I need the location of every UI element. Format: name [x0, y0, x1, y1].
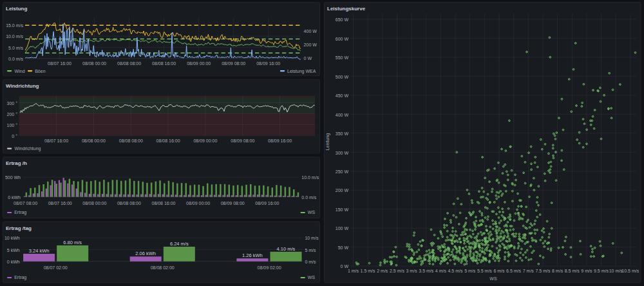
svg-text:450 W: 450 W [336, 93, 349, 98]
svg-text:0 °: 0 ° [12, 134, 17, 138]
svg-text:6.5 m/s: 6.5 m/s [506, 269, 521, 273]
svg-text:4.5 m/s: 4.5 m/s [448, 269, 463, 273]
svg-text:500 W: 500 W [336, 75, 349, 79]
svg-text:4 m/s: 4 m/s [435, 269, 447, 273]
svg-text:08/08 02:00: 08/08 02:00 [151, 265, 175, 270]
svg-text:10.0 m/s: 10.0 m/s [6, 34, 23, 39]
svg-text:08/09 16:00: 08/09 16:00 [255, 201, 279, 205]
svg-text:08/08 16:00: 08/08 16:00 [152, 61, 176, 66]
svg-text:600 W: 600 W [336, 37, 349, 41]
svg-text:Ertrag: Ertrag [14, 210, 26, 215]
svg-text:08/07 08:00: 08/07 08:00 [14, 201, 37, 205]
svg-text:15.0 m/s: 15.0 m/s [6, 23, 23, 28]
svg-text:5.0 m/s: 5.0 m/s [8, 46, 23, 50]
svg-text:Wind: Wind [15, 69, 25, 73]
svg-text:50 W: 50 W [338, 245, 349, 250]
svg-text:10.5 m/s: 10.5 m/s [621, 269, 639, 273]
svg-text:5 kWh: 5 kWh [7, 248, 20, 253]
svg-text:3.24 kWh: 3.24 kWh [29, 248, 50, 254]
svg-text:Windrichtung: Windrichtung [6, 83, 39, 89]
svg-text:8.5 m/s: 8.5 m/s [565, 269, 580, 273]
svg-text:08/09 08:00: 08/09 08:00 [221, 201, 245, 205]
svg-text:100 W: 100 W [336, 226, 349, 231]
svg-text:500 Wh: 500 Wh [5, 175, 21, 180]
svg-text:2 m/s: 2 m/s [377, 269, 388, 273]
svg-text:Windrichtung: Windrichtung [15, 146, 41, 151]
svg-text:350 W: 350 W [336, 131, 349, 136]
svg-text:Leistung WEA: Leistung WEA [287, 69, 316, 74]
svg-text:3.5 m/s: 3.5 m/s [419, 269, 433, 273]
svg-text:5 m/s: 5 m/s [305, 248, 316, 253]
svg-text:250 W: 250 W [336, 169, 349, 174]
svg-text:10.0 m/s: 10.0 m/s [301, 175, 319, 180]
svg-text:Ertrag /tag: Ertrag /tag [6, 225, 32, 231]
svg-text:08/09 02:00: 08/09 02:00 [258, 265, 281, 270]
svg-text:0 kWh: 0 kWh [8, 195, 21, 200]
svg-text:300 °: 300 ° [7, 101, 18, 106]
svg-text:7.5 m/s: 7.5 m/s [536, 269, 551, 273]
svg-text:200 W: 200 W [336, 188, 349, 193]
svg-text:Leistung: Leistung [325, 133, 330, 151]
svg-text:08/07 16:00: 08/07 16:00 [48, 201, 72, 205]
svg-text:7 m/s: 7 m/s [523, 269, 535, 273]
svg-text:WS: WS [489, 276, 497, 281]
svg-text:1.5 m/s: 1.5 m/s [361, 269, 375, 273]
svg-text:Leistungskurve: Leistungskurve [327, 6, 366, 12]
svg-text:08/09 00:00: 08/09 00:00 [187, 61, 211, 66]
svg-text:08/08 00:00: 08/08 00:00 [82, 201, 106, 205]
svg-text:2.06 kWh: 2.06 kWh [135, 251, 156, 256]
svg-text:08/09 16:00: 08/09 16:00 [256, 61, 280, 66]
svg-text:9.5 m/s: 9.5 m/s [594, 269, 609, 273]
svg-text:08/07 16:00: 08/07 16:00 [48, 61, 71, 66]
svg-text:400 W: 400 W [336, 113, 349, 117]
svg-text:5 m/s: 5 m/s [464, 269, 476, 273]
svg-text:4.10 m/s: 4.10 m/s [277, 246, 296, 252]
svg-text:08/08 08:00: 08/08 08:00 [117, 201, 141, 205]
svg-text:10 kWh: 10 kWh [5, 236, 20, 240]
svg-text:Ertrag: Ertrag [14, 275, 26, 280]
svg-text:1.26 kWh: 1.26 kWh [242, 253, 263, 258]
svg-text:0 m/s: 0 m/s [305, 260, 316, 264]
svg-text:08/08 16:00: 08/08 16:00 [152, 201, 176, 205]
svg-text:0.0 m/s: 0.0 m/s [301, 195, 316, 200]
svg-text:2.5 m/s: 2.5 m/s [390, 269, 404, 273]
svg-text:200 °: 200 ° [7, 112, 18, 117]
svg-text:08/07 02:00: 08/07 02:00 [44, 265, 68, 270]
svg-text:08/09 08:00: 08/09 08:00 [231, 138, 254, 143]
svg-text:6.80 m/s: 6.80 m/s [63, 240, 82, 245]
svg-text:0.0 m/s: 0.0 m/s [8, 57, 23, 61]
svg-text:08/08 00:00: 08/08 00:00 [82, 138, 106, 143]
svg-text:08/08 00:00: 08/08 00:00 [82, 61, 106, 66]
svg-text:08/09 00:00: 08/09 00:00 [186, 201, 210, 205]
svg-text:0 kWh: 0 kWh [7, 260, 20, 264]
svg-text:08/08 08:00: 08/08 08:00 [117, 61, 141, 66]
svg-text:WS: WS [308, 210, 316, 214]
svg-text:Ertrag /h: Ertrag /h [6, 160, 27, 166]
svg-text:400 W: 400 W [304, 29, 317, 33]
svg-text:9 m/s: 9 m/s [581, 269, 592, 273]
svg-text:0 W: 0 W [304, 56, 312, 61]
svg-text:08/08 16:00: 08/08 16:00 [156, 138, 180, 143]
svg-text:8 m/s: 8 m/s [552, 269, 564, 273]
svg-text:1 m/s: 1 m/s [348, 269, 359, 273]
svg-text:Böen: Böen [35, 69, 45, 73]
svg-text:08/07 16:00: 08/07 16:00 [44, 138, 68, 143]
svg-text:WS: WS [308, 275, 316, 280]
svg-text:5.5 m/s: 5.5 m/s [477, 269, 492, 273]
svg-text:3 m/s: 3 m/s [406, 269, 418, 273]
svg-text:100 °: 100 ° [7, 123, 18, 128]
svg-text:Leistung: Leistung [6, 6, 27, 12]
svg-text:08/08 08:00: 08/08 08:00 [119, 138, 143, 143]
svg-text:650 W: 650 W [336, 17, 349, 22]
svg-text:08/09 16:00: 08/09 16:00 [268, 138, 292, 143]
svg-text:10 m/s: 10 m/s [609, 269, 623, 273]
svg-text:550 W: 550 W [336, 55, 349, 60]
svg-text:200 W: 200 W [304, 43, 317, 47]
svg-text:150 W: 150 W [336, 207, 349, 212]
svg-text:6 m/s: 6 m/s [493, 269, 505, 273]
svg-text:08/09 08:00: 08/09 08:00 [222, 61, 245, 66]
svg-text:6.24 m/s: 6.24 m/s [170, 241, 189, 247]
svg-text:10 m/s: 10 m/s [305, 236, 319, 240]
svg-text:300 W: 300 W [336, 151, 349, 155]
svg-text:08/09 00:00: 08/09 00:00 [193, 138, 217, 143]
